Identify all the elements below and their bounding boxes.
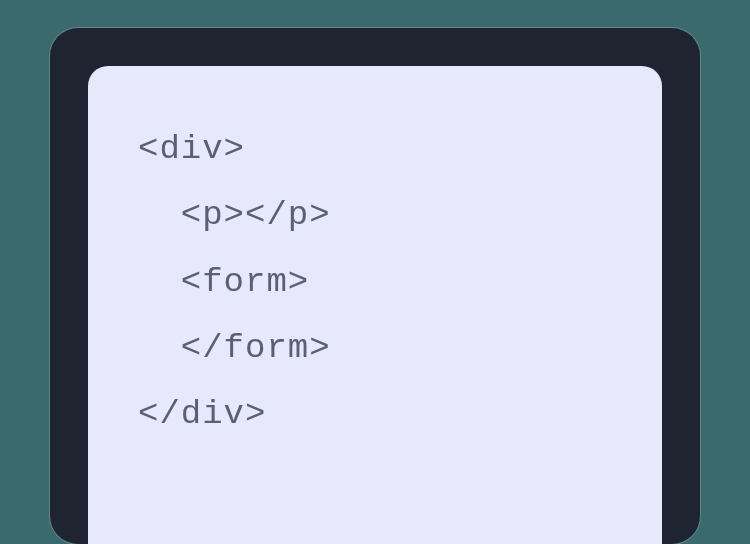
code-line: <p></p> bbox=[138, 182, 612, 248]
code-line: </div> bbox=[138, 381, 612, 447]
code-line: </form> bbox=[138, 315, 612, 381]
code-block: <div> <p></p> <form> </form> </div> bbox=[138, 116, 612, 447]
code-panel: <div> <p></p> <form> </form> </div> bbox=[88, 66, 662, 544]
code-line: <form> bbox=[138, 249, 612, 315]
code-frame: <div> <p></p> <form> </form> </div> bbox=[50, 28, 700, 544]
code-line: <div> bbox=[138, 116, 612, 182]
